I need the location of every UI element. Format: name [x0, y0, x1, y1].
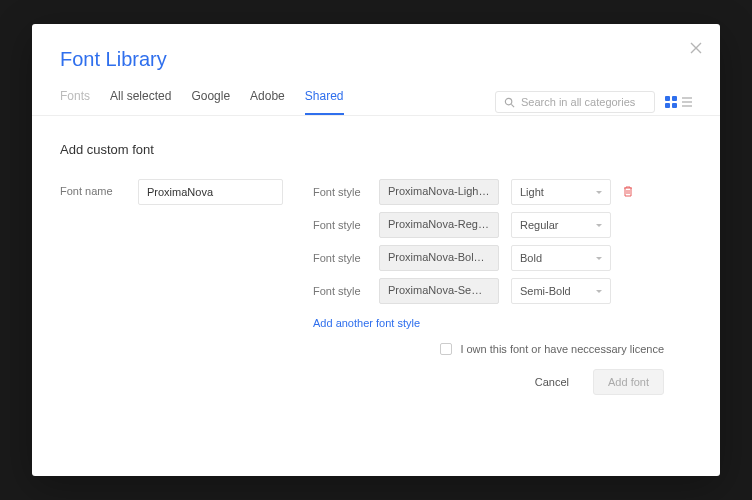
style-label: Font style [313, 285, 367, 297]
grid-view-icon[interactable] [665, 96, 677, 108]
search-placeholder: Search in all categories [521, 96, 635, 108]
tab-shared[interactable]: Shared [305, 89, 344, 115]
modal-title: Font Library [60, 48, 692, 71]
weight-select[interactable]: Light [511, 179, 611, 205]
font-name-group: Font name [60, 179, 283, 395]
tab-adobe[interactable]: Adobe [250, 89, 285, 115]
form-area: Font name Font style ProximaNova-Light.w… [60, 179, 692, 395]
tabs-row: Fonts All selected Google Adobe Shared S… [32, 71, 720, 116]
style-row: Font style ProximaNova-Semibold.... Semi… [313, 278, 692, 304]
font-name-input[interactable] [138, 179, 283, 205]
weight-select[interactable]: Bold [511, 245, 611, 271]
style-label: Font style [313, 186, 367, 198]
cancel-button[interactable]: Cancel [521, 369, 583, 395]
content-area: Add custom font Font name Font style Pro… [32, 116, 720, 476]
modal-header: Font Library [32, 24, 720, 71]
add-font-button[interactable]: Add font [593, 369, 664, 395]
section-title: Add custom font [60, 142, 692, 157]
view-toggle [665, 96, 692, 108]
search-wrap: Search in all categories [495, 91, 692, 113]
close-icon [690, 42, 702, 54]
weight-select[interactable]: Semi-Bold [511, 278, 611, 304]
style-label: Font style [313, 252, 367, 264]
license-label: I own this font or have neccessary licen… [460, 343, 664, 355]
search-input[interactable]: Search in all categories [495, 91, 655, 113]
style-row: Font style ProximaNova-Light.woff Light [313, 179, 692, 205]
svg-point-0 [505, 98, 511, 104]
tab-fonts[interactable]: Fonts [60, 89, 90, 115]
tab-google[interactable]: Google [191, 89, 230, 115]
file-picker[interactable]: ProximaNova-Bold.woff [379, 245, 499, 271]
tabs: Fonts All selected Google Adobe Shared [60, 89, 344, 115]
search-icon [504, 97, 515, 108]
license-row: I own this font or have neccessary licen… [341, 343, 664, 355]
weight-select[interactable]: Regular [511, 212, 611, 238]
close-button[interactable] [690, 38, 702, 59]
file-picker[interactable]: ProximaNova-Regular.w... [379, 212, 499, 238]
file-picker[interactable]: ProximaNova-Light.woff [379, 179, 499, 205]
style-row: Font style ProximaNova-Regular.w... Regu… [313, 212, 692, 238]
font-name-label: Font name [60, 179, 120, 197]
font-library-modal: Font Library Fonts All selected Google A… [32, 24, 720, 476]
file-picker[interactable]: ProximaNova-Semibold.... [379, 278, 499, 304]
delete-style-button[interactable] [623, 185, 633, 200]
style-label: Font style [313, 219, 367, 231]
font-styles-group: Font style ProximaNova-Light.woff Light … [313, 179, 692, 395]
add-style-link[interactable]: Add another font style [313, 317, 420, 329]
style-row: Font style ProximaNova-Bold.woff Bold [313, 245, 692, 271]
license-checkbox[interactable] [440, 343, 452, 355]
footer-area: I own this font or have neccessary licen… [313, 331, 692, 395]
tab-all-selected[interactable]: All selected [110, 89, 171, 115]
button-row: Cancel Add font [341, 369, 664, 395]
list-view-icon[interactable] [682, 97, 692, 107]
trash-icon [623, 185, 633, 197]
